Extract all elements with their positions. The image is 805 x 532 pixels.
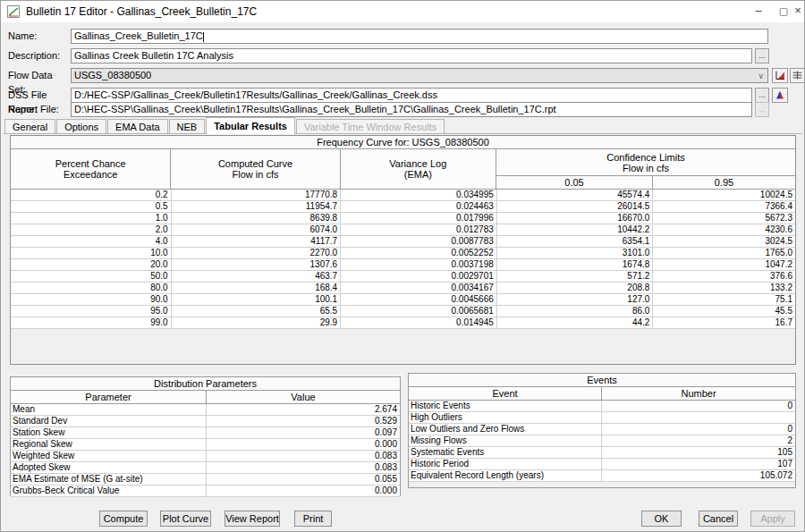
cell-ci-005[interactable]: 86.0 — [497, 306, 654, 317]
cell-ci-095[interactable]: 5672.3 — [653, 213, 795, 224]
report-file-input[interactable]: D:\HEC-SSP\Gallinas_Creek\Bulletin17Resu… — [71, 102, 752, 117]
minimize-button[interactable]: – — [749, 1, 768, 22]
cell-ci-095[interactable]: 1047.2 — [653, 259, 795, 270]
cell-ci-095[interactable]: 1765.0 — [653, 248, 795, 258]
cell-percent-chance[interactable]: 10.0 — [11, 248, 172, 258]
cell-event-number[interactable]: 0 — [602, 424, 795, 435]
cell-variance-log[interactable]: 0.0087783 — [341, 236, 497, 247]
cell-parameter-name[interactable]: Station Skew — [11, 427, 207, 438]
cell-event-name[interactable]: High Outliers — [409, 412, 602, 423]
print-button[interactable]: Print — [294, 511, 332, 527]
dss-file-browse-button[interactable]: ... — [755, 88, 769, 103]
cell-percent-chance[interactable]: 80.0 — [11, 283, 172, 293]
plot-distribution-button[interactable] — [772, 88, 788, 103]
maximize-button[interactable]: ▢ — [774, 1, 793, 22]
cell-ci-095[interactable]: 7366.4 — [653, 201, 795, 212]
cell-ci-005[interactable]: 208.8 — [497, 283, 654, 293]
plot-curve-button[interactable]: Plot Curve — [160, 511, 211, 527]
cell-ci-095[interactable]: 75.1 — [653, 294, 795, 305]
cell-event-name[interactable]: Missing Flows — [409, 435, 602, 446]
cell-computed-flow[interactable]: 6074.0 — [172, 224, 342, 235]
cell-ci-005[interactable]: 16670.0 — [497, 213, 654, 224]
cell-computed-flow[interactable]: 100.1 — [172, 294, 342, 305]
cell-computed-flow[interactable]: 29.9 — [172, 317, 342, 328]
cell-event-number[interactable]: 105.072 — [602, 470, 795, 481]
cell-computed-flow[interactable]: 4117.7 — [172, 236, 342, 247]
cell-ci-095[interactable]: 133.2 — [653, 283, 795, 293]
cell-variance-log[interactable]: 0.024463 — [341, 201, 497, 212]
name-input[interactable]: Gallinas_Creek_Bulletin_17C — [71, 29, 768, 44]
cell-parameter-value[interactable]: 0.083 — [207, 462, 400, 473]
cell-parameter-name[interactable]: Weighted Skew — [11, 451, 207, 461]
cell-event-name[interactable]: Historic Period — [409, 459, 602, 469]
tab-options[interactable]: Options — [56, 119, 106, 134]
cell-computed-flow[interactable]: 168.4 — [172, 283, 342, 293]
cell-variance-log[interactable]: 0.0065681 — [341, 306, 497, 317]
cell-variance-log[interactable]: 0.0034167 — [341, 283, 497, 293]
cell-computed-flow[interactable]: 463.7 — [172, 271, 342, 282]
cell-parameter-name[interactable]: Adopted Skew — [11, 462, 207, 473]
cell-variance-log[interactable]: 0.014945 — [341, 317, 497, 328]
cell-percent-chance[interactable]: 4.0 — [11, 236, 172, 247]
cell-variance-log[interactable]: 0.0052252 — [341, 248, 497, 258]
cell-ci-005[interactable]: 10442.2 — [497, 224, 654, 235]
cell-computed-flow[interactable]: 2270.0 — [172, 248, 342, 258]
cell-percent-chance[interactable]: 0.2 — [11, 190, 172, 200]
cell-variance-log[interactable]: 0.012783 — [341, 224, 497, 235]
tab-ema-data[interactable]: EMA Data — [107, 119, 168, 134]
tab-tabular-results[interactable]: Tabular Results — [206, 117, 295, 134]
cancel-button[interactable]: Cancel — [699, 511, 738, 527]
cell-percent-chance[interactable]: 20.0 — [11, 259, 172, 270]
cell-event-name[interactable]: Systematic Events — [409, 447, 602, 458]
cell-parameter-name[interactable]: EMA Estimate of MSE (G at-site) — [11, 474, 207, 485]
cell-event-name[interactable]: Historic Events — [409, 401, 602, 411]
cell-event-number[interactable] — [602, 412, 795, 423]
cell-event-number[interactable]: 0 — [602, 401, 795, 411]
cell-variance-log[interactable]: 0.017996 — [341, 213, 497, 224]
cell-ci-005[interactable]: 44.2 — [497, 317, 654, 328]
tab-general[interactable]: General — [4, 119, 55, 134]
cell-parameter-value[interactable]: 0.055 — [207, 474, 400, 485]
cell-computed-flow[interactable]: 17770.8 — [172, 190, 342, 200]
cell-variance-log[interactable]: 0.0037198 — [341, 259, 497, 270]
cell-percent-chance[interactable]: 99.0 — [11, 317, 172, 328]
cell-computed-flow[interactable]: 11954.7 — [172, 201, 342, 212]
cell-ci-005[interactable]: 26014.5 — [497, 201, 654, 212]
cell-percent-chance[interactable]: 90.0 — [11, 294, 172, 305]
plot-frequency-curve-button[interactable] — [772, 68, 788, 83]
cell-percent-chance[interactable]: 1.0 — [11, 213, 172, 224]
cell-parameter-name[interactable]: Regional Skew — [11, 439, 207, 450]
cell-parameter-value[interactable]: 0.000 — [207, 486, 400, 496]
cell-parameter-name[interactable]: Grubbs-Beck Critical Value — [11, 486, 207, 496]
cell-percent-chance[interactable]: 0.5 — [11, 201, 172, 212]
view-data-table-button[interactable] — [790, 68, 805, 83]
cell-parameter-value[interactable]: 0.083 — [207, 451, 400, 461]
description-input[interactable]: Gallinas Creek Bulletin 17C Analysis — [71, 48, 752, 63]
flow-data-set-select[interactable]: USGS_08380500∨ — [71, 68, 768, 83]
cell-parameter-value[interactable]: 0.097 — [207, 427, 400, 438]
cell-event-name[interactable]: Equivalent Record Length (years) — [409, 470, 602, 481]
cell-ci-095[interactable]: 4230.6 — [653, 224, 795, 235]
cell-percent-chance[interactable]: 50.0 — [11, 271, 172, 282]
cell-parameter-name[interactable]: Mean — [11, 404, 207, 415]
cell-event-number[interactable]: 2 — [602, 435, 795, 446]
cell-percent-chance[interactable]: 2.0 — [11, 224, 172, 235]
cell-computed-flow[interactable]: 1307.6 — [172, 259, 342, 270]
cell-event-name[interactable]: Low Outliers and Zero Flows — [409, 424, 602, 435]
cell-event-number[interactable]: 105 — [602, 447, 795, 458]
cell-variance-log[interactable]: 0.0029701 — [341, 271, 497, 282]
cell-variance-log[interactable]: 0.0045666 — [341, 294, 497, 305]
cell-computed-flow[interactable]: 65.5 — [172, 306, 342, 317]
compute-button[interactable]: Compute — [99, 511, 148, 527]
cell-parameter-value[interactable]: 0.529 — [207, 416, 400, 426]
cell-ci-005[interactable]: 45574.4 — [497, 190, 654, 200]
cell-ci-095[interactable]: 10024.5 — [653, 190, 795, 200]
tab-neb[interactable]: NEB — [169, 119, 206, 134]
cell-ci-095[interactable]: 16.7 — [653, 317, 795, 328]
description-browse-button[interactable]: ... — [755, 48, 769, 63]
dss-file-name-input[interactable]: D:/HEC-SSP/Gallinas_Creek/Bulletin17Resu… — [71, 88, 752, 103]
cell-ci-005[interactable]: 127.0 — [497, 294, 654, 305]
cell-ci-005[interactable]: 1674.8 — [497, 259, 654, 270]
view-report-button[interactable]: View Report — [225, 511, 280, 527]
cell-event-number[interactable]: 107 — [602, 459, 795, 469]
